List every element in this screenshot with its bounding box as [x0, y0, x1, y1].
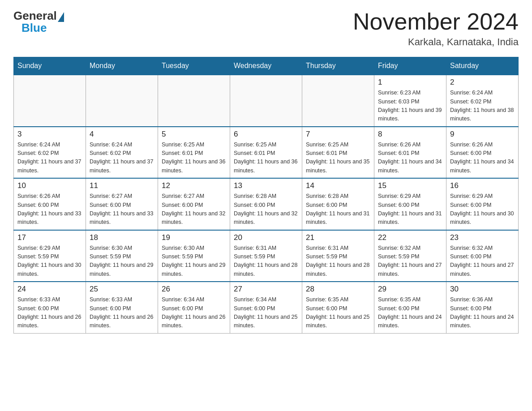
calendar-cell: 13Sunrise: 6:28 AM Sunset: 6:00 PM Dayli… — [230, 178, 302, 230]
week-row: 10Sunrise: 6:26 AM Sunset: 6:00 PM Dayli… — [14, 178, 519, 230]
calendar-header-row: SundayMondayTuesdayWednesdayThursdayFrid… — [14, 57, 519, 75]
day-info: Sunrise: 6:28 AM Sunset: 6:00 PM Dayligh… — [306, 192, 370, 227]
calendar-cell: 27Sunrise: 6:34 AM Sunset: 6:00 PM Dayli… — [230, 282, 302, 333]
calendar-cell: 26Sunrise: 6:34 AM Sunset: 6:00 PM Dayli… — [158, 282, 230, 333]
week-row: 17Sunrise: 6:29 AM Sunset: 5:59 PM Dayli… — [14, 230, 519, 282]
day-info: Sunrise: 6:35 AM Sunset: 6:00 PM Dayligh… — [378, 295, 442, 330]
day-info: Sunrise: 6:25 AM Sunset: 6:01 PM Dayligh… — [234, 141, 298, 176]
day-number: 28 — [306, 285, 370, 294]
day-info: Sunrise: 6:34 AM Sunset: 6:00 PM Dayligh… — [234, 295, 298, 330]
day-info: Sunrise: 6:32 AM Sunset: 5:59 PM Dayligh… — [378, 244, 442, 279]
day-info: Sunrise: 6:25 AM Sunset: 6:01 PM Dayligh… — [162, 141, 226, 176]
day-number: 30 — [450, 285, 515, 294]
day-of-week-header: Friday — [374, 57, 446, 75]
day-info: Sunrise: 6:24 AM Sunset: 6:02 PM Dayligh… — [450, 89, 515, 124]
calendar-cell: 15Sunrise: 6:29 AM Sunset: 6:00 PM Dayli… — [374, 178, 446, 230]
logo: General Blue — [13, 9, 64, 35]
day-info: Sunrise: 6:25 AM Sunset: 6:01 PM Dayligh… — [306, 141, 370, 176]
day-number: 4 — [90, 130, 154, 139]
day-number: 20 — [234, 233, 298, 242]
day-number: 24 — [17, 285, 82, 294]
day-info: Sunrise: 6:36 AM Sunset: 6:00 PM Dayligh… — [450, 295, 515, 330]
calendar-cell: 25Sunrise: 6:33 AM Sunset: 6:00 PM Dayli… — [86, 282, 158, 333]
day-number: 2 — [450, 78, 515, 87]
calendar-cell: 1Sunrise: 6:23 AM Sunset: 6:03 PM Daylig… — [374, 75, 446, 127]
calendar-cell: 5Sunrise: 6:25 AM Sunset: 6:01 PM Daylig… — [158, 127, 230, 179]
day-number: 8 — [378, 130, 442, 139]
day-number: 3 — [17, 130, 82, 139]
day-of-week-header: Tuesday — [158, 57, 230, 75]
day-number: 22 — [378, 233, 442, 242]
day-info: Sunrise: 6:34 AM Sunset: 6:00 PM Dayligh… — [162, 295, 226, 330]
logo-triangle-icon — [58, 12, 64, 22]
calendar-cell: 28Sunrise: 6:35 AM Sunset: 6:00 PM Dayli… — [302, 282, 374, 333]
day-info: Sunrise: 6:24 AM Sunset: 6:02 PM Dayligh… — [17, 141, 82, 176]
day-info: Sunrise: 6:29 AM Sunset: 5:59 PM Dayligh… — [17, 244, 82, 279]
calendar-cell: 3Sunrise: 6:24 AM Sunset: 6:02 PM Daylig… — [14, 127, 86, 179]
calendar-cell: 14Sunrise: 6:28 AM Sunset: 6:00 PM Dayli… — [302, 178, 374, 230]
calendar-cell: 24Sunrise: 6:33 AM Sunset: 6:00 PM Dayli… — [14, 282, 86, 333]
week-row: 3Sunrise: 6:24 AM Sunset: 6:02 PM Daylig… — [14, 127, 519, 179]
day-info: Sunrise: 6:24 AM Sunset: 6:02 PM Dayligh… — [90, 141, 154, 176]
day-info: Sunrise: 6:31 AM Sunset: 5:59 PM Dayligh… — [306, 244, 370, 279]
day-number: 29 — [378, 285, 442, 294]
title-section: November 2024 Karkala, Karnataka, India — [353, 9, 519, 48]
day-info: Sunrise: 6:30 AM Sunset: 5:59 PM Dayligh… — [90, 244, 154, 279]
day-info: Sunrise: 6:27 AM Sunset: 6:00 PM Dayligh… — [90, 192, 154, 227]
calendar-cell: 8Sunrise: 6:26 AM Sunset: 6:01 PM Daylig… — [374, 127, 446, 179]
day-number: 19 — [162, 233, 226, 242]
day-number: 9 — [450, 130, 515, 139]
location-title: Karkala, Karnataka, India — [353, 36, 519, 48]
calendar-cell: 23Sunrise: 6:32 AM Sunset: 6:00 PM Dayli… — [446, 230, 519, 282]
week-row: 24Sunrise: 6:33 AM Sunset: 6:00 PM Dayli… — [14, 282, 519, 333]
calendar-cell: 2Sunrise: 6:24 AM Sunset: 6:02 PM Daylig… — [446, 75, 519, 127]
day-info: Sunrise: 6:26 AM Sunset: 6:00 PM Dayligh… — [17, 192, 82, 227]
calendar-cell: 18Sunrise: 6:30 AM Sunset: 5:59 PM Dayli… — [86, 230, 158, 282]
day-info: Sunrise: 6:33 AM Sunset: 6:00 PM Dayligh… — [90, 295, 154, 330]
calendar-table: SundayMondayTuesdayWednesdayThursdayFrid… — [13, 57, 519, 334]
calendar-cell — [230, 75, 302, 127]
logo-blue-text: Blue — [21, 21, 47, 35]
calendar-cell — [14, 75, 86, 127]
day-info: Sunrise: 6:23 AM Sunset: 6:03 PM Dayligh… — [378, 89, 442, 124]
calendar-cell: 16Sunrise: 6:29 AM Sunset: 6:00 PM Dayli… — [446, 178, 519, 230]
calendar-cell: 21Sunrise: 6:31 AM Sunset: 5:59 PM Dayli… — [302, 230, 374, 282]
week-row: 1Sunrise: 6:23 AM Sunset: 6:03 PM Daylig… — [14, 75, 519, 127]
day-of-week-header: Thursday — [302, 57, 374, 75]
day-info: Sunrise: 6:29 AM Sunset: 6:00 PM Dayligh… — [450, 192, 515, 227]
calendar-cell: 7Sunrise: 6:25 AM Sunset: 6:01 PM Daylig… — [302, 127, 374, 179]
day-info: Sunrise: 6:26 AM Sunset: 6:01 PM Dayligh… — [378, 141, 442, 176]
day-number: 17 — [17, 233, 82, 242]
day-number: 13 — [234, 181, 298, 190]
day-number: 10 — [17, 181, 82, 190]
day-info: Sunrise: 6:30 AM Sunset: 5:59 PM Dayligh… — [162, 244, 226, 279]
day-of-week-header: Saturday — [446, 57, 519, 75]
day-info: Sunrise: 6:31 AM Sunset: 5:59 PM Dayligh… — [234, 244, 298, 279]
day-number: 12 — [162, 181, 226, 190]
day-number: 18 — [90, 233, 154, 242]
calendar-cell: 19Sunrise: 6:30 AM Sunset: 5:59 PM Dayli… — [158, 230, 230, 282]
day-number: 6 — [234, 130, 298, 139]
calendar-cell: 29Sunrise: 6:35 AM Sunset: 6:00 PM Dayli… — [374, 282, 446, 333]
page-header: General Blue November 2024 Karkala, Karn… — [13, 9, 519, 48]
day-info: Sunrise: 6:26 AM Sunset: 6:00 PM Dayligh… — [450, 141, 515, 176]
calendar-cell: 11Sunrise: 6:27 AM Sunset: 6:00 PM Dayli… — [86, 178, 158, 230]
day-number: 1 — [378, 78, 442, 87]
day-number: 7 — [306, 130, 370, 139]
day-info: Sunrise: 6:35 AM Sunset: 6:00 PM Dayligh… — [306, 295, 370, 330]
calendar-cell — [86, 75, 158, 127]
calendar-cell — [158, 75, 230, 127]
calendar-cell: 4Sunrise: 6:24 AM Sunset: 6:02 PM Daylig… — [86, 127, 158, 179]
day-number: 21 — [306, 233, 370, 242]
calendar-cell: 10Sunrise: 6:26 AM Sunset: 6:00 PM Dayli… — [14, 178, 86, 230]
day-info: Sunrise: 6:28 AM Sunset: 6:00 PM Dayligh… — [234, 192, 298, 227]
day-number: 14 — [306, 181, 370, 190]
day-number: 11 — [90, 181, 154, 190]
day-number: 5 — [162, 130, 226, 139]
day-number: 16 — [450, 181, 515, 190]
calendar-cell: 20Sunrise: 6:31 AM Sunset: 5:59 PM Dayli… — [230, 230, 302, 282]
day-of-week-header: Wednesday — [230, 57, 302, 75]
month-title: November 2024 — [353, 9, 519, 34]
day-number: 25 — [90, 285, 154, 294]
day-info: Sunrise: 6:27 AM Sunset: 6:00 PM Dayligh… — [162, 192, 226, 227]
